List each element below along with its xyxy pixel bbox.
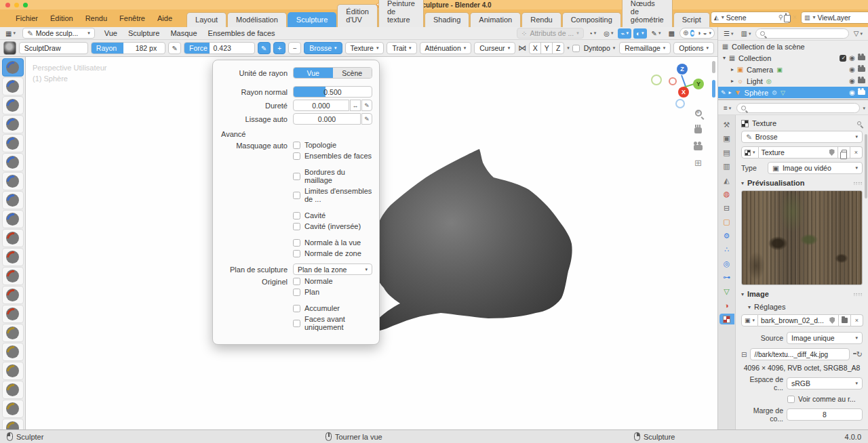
gizmo-minus-y-axis[interactable] — [651, 75, 662, 85]
dyntopo-checkbox[interactable] — [572, 45, 580, 52]
tab-physics[interactable]: ◎ — [719, 258, 734, 269]
properties-editor-type-button[interactable]: ≡▾ — [721, 103, 734, 113]
pack-icon[interactable]: ⊟ — [741, 351, 747, 358]
viewlayer-name[interactable]: ViewLayer — [817, 14, 867, 22]
properties-scrollbar[interactable] — [865, 134, 867, 198]
radius-unit-vue[interactable]: Vue — [294, 68, 333, 78]
viewlayer-selector[interactable]: ▥▾ ViewLayer — [801, 12, 868, 24]
accumuler-checkbox[interactable] — [293, 305, 300, 312]
collection-checkbox[interactable] — [840, 55, 846, 62]
strength-pressure-toggle[interactable]: ✎ — [258, 42, 271, 54]
tool-elastic-deform[interactable] — [2, 362, 24, 380]
perspective-grid-icon[interactable]: ⊞ — [694, 159, 702, 167]
tab-compositing[interactable]: Compositing — [562, 12, 621, 27]
pin-icon[interactable] — [857, 121, 861, 125]
normale-vue-checkbox[interactable] — [293, 239, 300, 247]
eye-icon[interactable]: ◉ — [849, 66, 855, 73]
cavite-checkbox[interactable] — [293, 212, 300, 219]
tool-thumb[interactable] — [2, 400, 24, 418]
gizmo-minus-z-axis[interactable] — [675, 99, 685, 108]
image-browse-button[interactable]: ▣▾ — [741, 314, 758, 326]
sculpt-plane-dropdown[interactable]: Plan de la zone▾ — [293, 263, 372, 275]
tool-clay-strips[interactable] — [2, 115, 24, 133]
collapse-icon[interactable]: ▸ — [729, 78, 736, 84]
properties-options-icon[interactable]: ▾ — [863, 106, 865, 111]
sphere-row-selected[interactable]: ✎ ▸ ▼ Sphère ⚙ ▽ ◉ — [718, 87, 868, 98]
shading-dropdown-icon[interactable]: ▾ — [709, 30, 711, 36]
topologie-checkbox[interactable] — [293, 142, 300, 149]
viewport-scrollbar-active[interactable] — [712, 80, 715, 98]
hardness-field[interactable]: 0.000 — [293, 100, 349, 111]
zoom-icon[interactable] — [695, 110, 702, 117]
source-dropdown[interactable]: Image unique▾ — [787, 332, 863, 344]
mirror-y-toggle[interactable]: Y — [540, 42, 553, 54]
tab-output[interactable]: ▤ — [719, 147, 734, 158]
material-shading-icon[interactable]: ◑ — [696, 30, 701, 37]
tab-particles[interactable]: ∴ — [719, 245, 734, 255]
rendered-shading-icon[interactable]: ◒ — [703, 30, 707, 37]
normal-radius-slider[interactable]: 0.500 — [293, 86, 372, 98]
add-mode-button[interactable]: + — [273, 42, 286, 54]
tab-rendu[interactable]: Rendu — [521, 12, 561, 27]
tab-object-data[interactable]: ▽ — [719, 286, 734, 297]
camera-view-icon[interactable] — [694, 145, 703, 150]
outliner-editor-type-button[interactable]: ☰▾ — [721, 28, 736, 39]
tab-tool[interactable]: ⚒ — [719, 119, 734, 130]
pan-hand-icon[interactable] — [694, 127, 702, 133]
collapse-icon[interactable]: ▸ — [729, 66, 736, 72]
bordures-maillage-checkbox[interactable] — [293, 173, 300, 180]
menu-aide[interactable]: Aide — [151, 14, 178, 27]
scene-collection-row[interactable]: ▦ Collection de la scène — [718, 41, 868, 52]
brush-preview-thumbnail[interactable] — [3, 41, 16, 55]
eye-icon[interactable]: ◉ — [849, 89, 855, 96]
camera-restrict-icon[interactable] — [858, 56, 865, 60]
menu-vue[interactable]: Vue — [99, 29, 123, 37]
colorspace-dropdown[interactable]: sRGB▾ — [787, 377, 863, 389]
tab-layout[interactable]: Layout — [186, 12, 226, 27]
new-scene-button[interactable] — [785, 14, 787, 21]
tool-blob[interactable] — [2, 191, 24, 209]
tool-pose[interactable] — [2, 419, 24, 429]
curseur-panel-button[interactable]: Curseur▾ — [474, 42, 515, 54]
settings-section-header[interactable]: ▾Réglages — [748, 303, 863, 311]
camera-row[interactable]: ▸ ▣ Camera ▣ ◉ — [718, 64, 868, 75]
tool-layer[interactable] — [2, 153, 24, 171]
unlink-datablock-button[interactable]: × — [850, 146, 863, 159]
texture-type-button[interactable]: ▾ — [741, 146, 759, 159]
remaillage-panel-button[interactable]: Remaillage▾ — [619, 42, 671, 54]
editor-mode-icon[interactable]: ◔▾ — [586, 28, 599, 39]
open-image-button[interactable] — [839, 314, 851, 326]
trait-panel-button[interactable]: Trait▾ — [387, 42, 416, 54]
menu-edition[interactable]: Édition — [44, 14, 79, 27]
tool-multiplane-scrape[interactable] — [2, 305, 24, 323]
ensembles-faces-checkbox[interactable] — [293, 152, 300, 160]
tool-crease[interactable] — [2, 210, 24, 228]
mode-selector[interactable]: ✎ Mode sculp...▾ — [22, 28, 95, 39]
camera-restrict-icon[interactable] — [858, 79, 865, 83]
outliner-filter-button[interactable]: ▽▾ — [851, 28, 865, 39]
tab-texture[interactable] — [719, 314, 734, 324]
tab-noeuds-geometrie[interactable]: Nœuds de géométrie — [622, 0, 673, 27]
tab-animation[interactable]: Animation — [470, 12, 521, 27]
tab-shading[interactable]: Shading — [425, 12, 469, 27]
autosmooth-pressure-toggle[interactable]: ✎ — [361, 113, 372, 125]
scene-name[interactable]: Scene — [726, 14, 776, 22]
tool-smooth[interactable] — [2, 229, 24, 247]
texture-name-field[interactable]: Texture — [759, 146, 826, 159]
preview-section-header[interactable]: ▾Prévisualisation — [741, 179, 863, 187]
image-name-field[interactable]: bark_brown_02_d... — [758, 314, 827, 326]
tab-sculpture[interactable]: Sculpture — [288, 12, 336, 27]
tool-clay[interactable] — [2, 96, 24, 114]
visibility-dropdown[interactable]: ◎▾ — [601, 28, 616, 39]
originel-normale-checkbox[interactable] — [293, 278, 300, 285]
subtract-mode-button[interactable]: − — [288, 42, 301, 54]
mirror-x-toggle[interactable]: X — [529, 42, 541, 54]
limites-ensembles-checkbox[interactable] — [293, 192, 300, 199]
solid-shading-icon[interactable]: ● — [690, 30, 694, 37]
wireframe-shading-icon[interactable]: ⊕ — [683, 30, 688, 37]
expand-icon[interactable]: ▾ — [721, 55, 728, 61]
navigation-gizmo[interactable]: Z Y X — [660, 61, 705, 106]
texture-panel-button[interactable]: Texture▾ — [345, 42, 384, 54]
gizmos-toggle[interactable]: ⌁▾ — [618, 28, 631, 39]
eye-icon[interactable]: ◉ — [849, 54, 855, 62]
